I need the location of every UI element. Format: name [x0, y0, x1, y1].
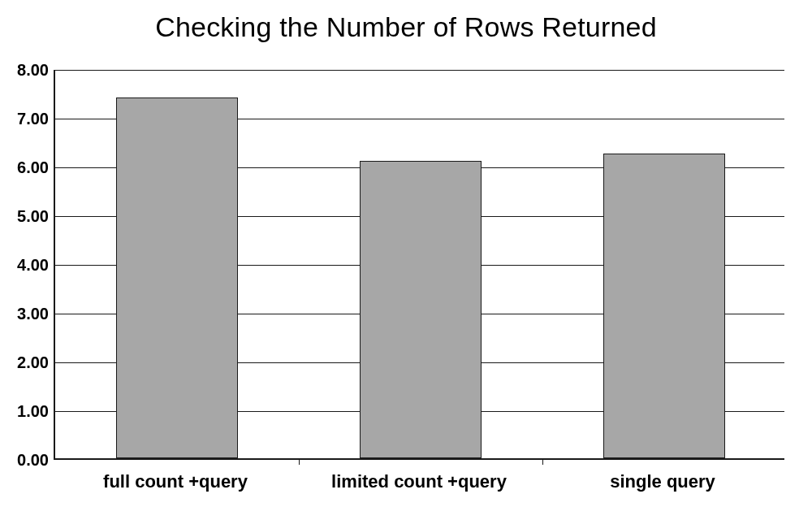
- y-tick-label: 1.00: [17, 402, 49, 421]
- y-tick-label: 0.00: [17, 451, 49, 470]
- y-tick-label: 3.00: [17, 305, 49, 323]
- chart-title: Checking the Number of Rows Returned: [0, 11, 812, 43]
- bar: [360, 161, 482, 458]
- gridline: [55, 70, 784, 71]
- y-tick-label: 6.00: [17, 158, 49, 177]
- bar: [116, 98, 238, 458]
- x-tick-label: limited count +query: [331, 471, 507, 492]
- y-tick-label: 4.00: [17, 256, 49, 275]
- x-tick-label: single query: [610, 471, 715, 492]
- x-tick: [299, 458, 300, 465]
- y-tick-label: 7.00: [17, 110, 49, 128]
- y-tick-label: 5.00: [17, 207, 49, 226]
- y-tick-label: 8.00: [17, 61, 49, 80]
- x-tick-label: full count +query: [103, 471, 248, 492]
- plot-area: 0.001.002.003.004.005.006.007.008.00: [54, 70, 784, 460]
- y-tick-label: 2.00: [17, 353, 49, 372]
- x-tick: [542, 458, 543, 465]
- chart-container: Checking the Number of Rows Returned 0.0…: [0, 0, 812, 520]
- bar: [603, 154, 725, 458]
